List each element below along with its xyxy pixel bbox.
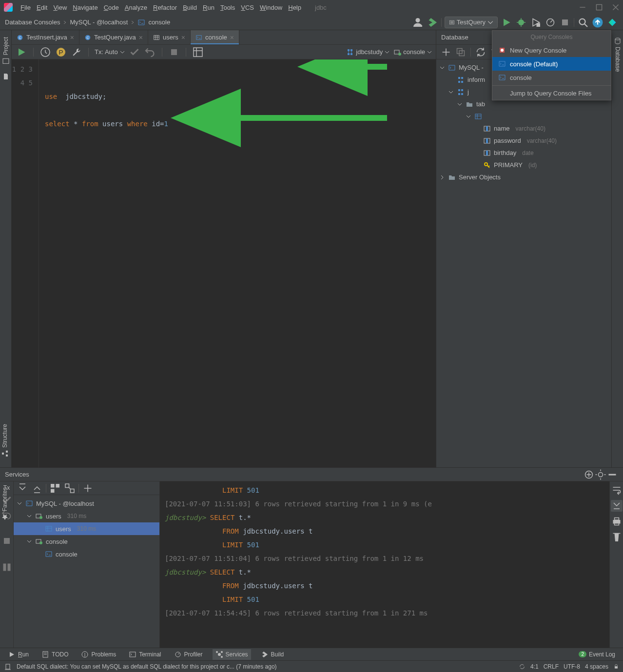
ungroup-button[interactable] <box>64 482 76 494</box>
breadcrumb-item[interactable]: console <box>148 19 170 26</box>
menu-view[interactable]: View <box>50 2 70 13</box>
schema-switcher[interactable]: jdbcstudy <box>346 48 389 56</box>
stop-button[interactable] <box>559 17 571 28</box>
project-tool-tab[interactable]: Project <box>1 34 11 68</box>
wrench-button[interactable] <box>71 46 82 58</box>
breadcrumb[interactable]: Database Consoles MySQL - @localhost con… <box>5 19 170 26</box>
user-button[interactable] <box>412 17 424 28</box>
caret-position[interactable]: 4:1 <box>530 663 539 670</box>
refresh-button[interactable] <box>475 46 487 58</box>
editor-tab[interactable]: console× <box>191 30 239 44</box>
favorites-tool-tab[interactable]: Favorites <box>1 487 9 521</box>
profile-button[interactable] <box>545 17 556 28</box>
chevron-icon[interactable] <box>466 115 471 118</box>
event-log-tab[interactable]: 2Event Log <box>576 650 618 659</box>
services-tree[interactable]: MySQL - @localhostusers310 msusers310 ms… <box>14 495 159 648</box>
menu-build[interactable]: Build <box>180 2 200 13</box>
popup-item[interactable]: New Query Console <box>492 43 611 57</box>
tree-row[interactable]: PRIMARY(id) <box>436 159 611 171</box>
print-button[interactable] <box>611 516 623 527</box>
tree-row[interactable]: birthdaydate <box>436 147 611 159</box>
sync-icon[interactable] <box>519 663 526 670</box>
pending-button[interactable]: P <box>55 46 67 58</box>
popup-item[interactable]: console (Default) <box>492 57 611 71</box>
breadcrumb-item[interactable]: MySQL - @localhost <box>70 19 128 26</box>
menu-code[interactable]: Code <box>101 2 122 13</box>
indent[interactable]: 4 spaces <box>585 663 608 670</box>
service-tree-row[interactable]: users310 ms <box>14 510 159 522</box>
rollback-button[interactable] <box>144 46 156 58</box>
menu-refactor[interactable]: Refactor <box>150 2 180 13</box>
minimize-button[interactable] <box>579 4 586 11</box>
gear-icon[interactable] <box>595 469 606 480</box>
file-icon[interactable] <box>2 73 10 80</box>
add-content-button[interactable] <box>583 469 595 480</box>
run-button[interactable] <box>501 17 512 28</box>
popup-item[interactable]: Jump to Query Console Files <box>492 87 611 100</box>
bottom-tab-problems[interactable]: Problems <box>78 649 119 660</box>
code-content[interactable]: use jdbcstudy; select * from users where… <box>39 59 436 467</box>
build-button[interactable] <box>427 17 438 28</box>
popup-item[interactable]: console <box>492 71 611 84</box>
wrap-button[interactable] <box>611 484 623 496</box>
bottom-tab-todo[interactable]: TODO <box>39 649 71 660</box>
tx-mode[interactable]: Tx: Auto <box>95 48 125 56</box>
hide-button[interactable] <box>606 469 618 480</box>
services-output[interactable]: LIMIT 501 [2021-07-07 11:51:03] 6 rows r… <box>160 481 609 648</box>
encoding[interactable]: UTF-8 <box>564 663 580 670</box>
idea-update-icon[interactable] <box>592 17 604 28</box>
close-icon[interactable]: × <box>70 34 74 41</box>
service-tree-row[interactable]: console <box>14 548 159 560</box>
chevron-icon[interactable] <box>457 103 463 106</box>
service-tree-row[interactable]: MySQL - @localhost <box>14 497 159 510</box>
scroll-end-button[interactable] <box>611 500 623 512</box>
add-button[interactable] <box>440 46 452 58</box>
stop-query-button[interactable] <box>168 46 180 58</box>
close-icon[interactable]: × <box>230 34 234 41</box>
clear-button[interactable] <box>611 531 623 543</box>
menu-window[interactable]: Window <box>257 2 285 13</box>
maximize-button[interactable] <box>596 4 603 11</box>
explain-plan-button[interactable] <box>192 46 204 58</box>
tree-row[interactable]: Server Objects <box>436 171 611 183</box>
column-button[interactable] <box>1 561 13 573</box>
close-icon[interactable]: × <box>181 34 185 41</box>
database-tool-tab[interactable]: Database <box>613 34 623 75</box>
menu-help[interactable]: Help <box>285 2 304 13</box>
history-button[interactable] <box>39 46 51 58</box>
duplicate-button[interactable] <box>455 46 467 58</box>
bottom-tab-run[interactable]: Run <box>5 649 32 660</box>
menu-tools[interactable]: Tools <box>217 2 238 13</box>
line-separator[interactable]: CRLF <box>544 663 559 670</box>
run-config-combo[interactable]: TestQuery <box>445 17 498 28</box>
menu-file[interactable]: File <box>18 2 34 13</box>
bottom-tab-build[interactable]: Build <box>258 649 287 660</box>
structure-tool-tab[interactable]: Structure <box>1 424 9 458</box>
tree-row[interactable]: namevarchar(40) <box>436 122 611 134</box>
info-icon[interactable] <box>4 663 12 671</box>
add-service-button[interactable] <box>82 482 94 494</box>
tree-row[interactable] <box>436 110 611 122</box>
close-icon[interactable]: × <box>139 34 143 41</box>
search-button[interactable] <box>577 17 589 28</box>
commit-button[interactable] <box>129 46 140 58</box>
chevron-icon[interactable] <box>439 66 445 69</box>
editor-tab[interactable]: CTestQuery.java× <box>79 30 148 44</box>
editor-tab[interactable]: CTestInsert.java× <box>12 30 79 44</box>
chevron-icon[interactable] <box>439 175 445 180</box>
menu-vcs[interactable]: VCS <box>238 2 257 13</box>
bottom-tab-profiler[interactable]: Profiler <box>171 649 206 660</box>
collapse-button[interactable] <box>31 482 43 494</box>
menu-edit[interactable]: Edit <box>34 2 50 13</box>
group-button[interactable] <box>49 482 61 494</box>
debug-button[interactable] <box>515 17 527 28</box>
tree-row[interactable]: passwordvarchar(40) <box>436 134 611 147</box>
expand-button[interactable] <box>17 482 28 494</box>
execute-button[interactable] <box>16 46 27 58</box>
service-tree-row[interactable]: users310 ms <box>14 522 159 535</box>
close-button[interactable] <box>612 4 619 11</box>
bottom-tab-services[interactable]: Services <box>213 649 251 660</box>
jetbrains-toolbox-icon[interactable] <box>606 17 618 28</box>
coverage-button[interactable] <box>530 17 542 28</box>
menu-navigate[interactable]: Navigate <box>70 2 100 13</box>
